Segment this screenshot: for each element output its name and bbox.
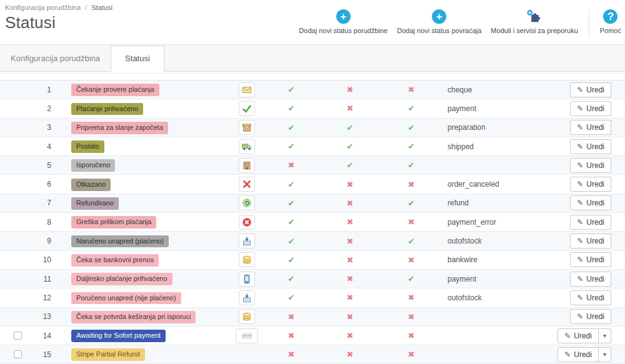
edit-button[interactable]: ✎Uredi [570, 309, 611, 324]
table-header-cropped [0, 73, 625, 81]
status-id: 2 [35, 104, 61, 113]
delivery-mark: ✖ [347, 85, 354, 94]
status-badge: Otkazano [71, 179, 111, 191]
edit-button[interactable]: ✎Uredi [570, 82, 611, 97]
error-icon [239, 215, 255, 230]
edit-button-group: ✎Uredi [570, 272, 611, 287]
edit-button[interactable]: ✎Uredi [570, 101, 611, 116]
edit-dropdown-toggle[interactable]: ▾ [599, 347, 611, 362]
delivery-mark: ✖ [347, 293, 354, 302]
invoice-mark: ✔ [408, 160, 415, 170]
invoice-mark: ✖ [408, 180, 415, 189]
edit-button[interactable]: ✎Uredi [558, 347, 599, 362]
edit-button-group: ✎Uredi [570, 101, 611, 116]
building-icon [239, 158, 255, 173]
edit-button-group: ✎Uredi [570, 82, 611, 97]
status-badge: Awaiting for Sofort payment [71, 330, 166, 342]
add-order-status-button[interactable]: + Dodaj novi status porudžbine [299, 9, 388, 34]
table-row: 13 Čeka se potvrda keširanja pri isporuc… [0, 308, 625, 327]
status-badge: Daljinsko plaćanje prihvaćeno [71, 273, 172, 285]
pencil-icon: ✎ [577, 86, 583, 94]
pencil-icon: ✎ [564, 351, 571, 358]
email-mark: ✖ [288, 312, 295, 322]
pencil-icon: ✎ [577, 294, 583, 302]
invoice-mark: ✖ [408, 217, 415, 227]
edit-button-group: ✎Uredi ▾ [558, 347, 611, 362]
breadcrumb-parent[interactable]: Konfiguracija porudžbina [5, 4, 81, 11]
invoice-mark: ✔ [408, 123, 415, 132]
delivery-mark: ✔ [347, 160, 354, 170]
invoice-mark: ✔ [408, 142, 415, 151]
edit-button-group: ✎Uredi [570, 177, 611, 192]
table-row: 3 Priprema za slanje započeta ✔ ✔ ✔ prep… [0, 119, 625, 137]
delivery-mark: ✔ [347, 123, 354, 132]
header-actions: + Dodaj novi status porudžbine + Dodaj n… [299, 9, 621, 37]
row-checkbox[interactable] [14, 350, 22, 358]
edit-button[interactable]: ✎Uredi [570, 234, 611, 248]
edit-button[interactable]: ✎Uredi [570, 272, 611, 287]
table-row: 7 Refundirano ✔ ✖ ✔ refund ✎Uredi [0, 194, 625, 213]
status-id: 14 [35, 332, 61, 340]
invoice-mark: ✖ [408, 312, 415, 322]
status-badge: Poručeno unapred (nije plaćeno) [71, 292, 181, 305]
edit-button[interactable]: ✎Uredi [570, 177, 611, 192]
delivery-mark: ✔ [347, 142, 354, 151]
edit-button[interactable]: ✎Uredi [570, 195, 611, 210]
edit-button-label: Uredi [586, 313, 604, 320]
edit-button-label: Uredi [586, 275, 604, 283]
edit-dropdown-toggle[interactable]: ▾ [599, 328, 611, 343]
edit-button[interactable]: ✎Uredi [570, 158, 611, 173]
invoice-mark: ✖ [408, 350, 415, 359]
edit-button-group: ✎Uredi [570, 234, 611, 248]
edit-button-label: Uredi [574, 351, 592, 358]
pencil-icon: ✎ [577, 143, 583, 150]
status-id: 15 [35, 350, 61, 359]
delivery-mark: ✖ [347, 350, 354, 359]
pencil-icon: ✎ [577, 275, 583, 283]
email-template: shipped [442, 142, 555, 151]
delivery-mark: ✖ [347, 180, 354, 189]
recommended-modules-button[interactable]: Moduli i servisi za preporuku [491, 9, 578, 34]
tab-order-configuration[interactable]: Konfiguracija porudžbina [0, 46, 111, 71]
email-mark: ✔ [288, 104, 295, 113]
email-mark: ✔ [288, 85, 295, 94]
coins-icon [239, 252, 255, 267]
status-badge: Priprema za slanje započeta [71, 122, 168, 134]
row-checkbox[interactable] [14, 332, 22, 340]
pencil-icon: ✎ [577, 313, 583, 320]
add-return-status-button[interactable]: + Dodaj novi status povraćaja [397, 9, 481, 34]
refund-icon [239, 195, 255, 210]
edit-button[interactable]: ✎Uredi [570, 215, 611, 230]
status-id: 1 [35, 86, 61, 94]
email-mark: ✔ [288, 142, 295, 151]
status-id: 4 [35, 142, 61, 151]
status-id: 8 [35, 218, 61, 227]
email-mark: ✔ [288, 217, 295, 227]
pencil-icon: ✎ [577, 162, 583, 169]
edit-button[interactable]: ✎Uredi [570, 120, 611, 135]
breadcrumb-current: Statusi [91, 4, 112, 11]
email-mark: ✖ [288, 350, 295, 359]
email-mark: ✔ [288, 199, 295, 208]
status-badge: Naručeno unapred (plaćeno) [71, 235, 169, 248]
edit-button[interactable]: ✎Uredi [570, 290, 611, 305]
help-button[interactable]: ? Pomoć [600, 9, 621, 34]
status-id: 9 [35, 237, 61, 245]
box-arrow-icon [239, 290, 255, 305]
header-divider [589, 9, 589, 37]
tab-statuses[interactable]: Statusi [111, 46, 164, 72]
status-id: 11 [35, 275, 61, 283]
edit-button-group: ✎Uredi [570, 252, 611, 267]
edit-button[interactable]: ✎Uredi [558, 328, 599, 343]
email-mark: ✔ [288, 123, 295, 132]
email-mark: ✔ [288, 180, 295, 189]
status-id: 5 [35, 161, 61, 170]
action-label: Dodaj novi status porudžbine [299, 27, 388, 34]
edit-button-label: Uredi [586, 237, 604, 245]
table-row: 2 Plaćanje prihvaćeno ✔ ✖ ✔ payment ✎Ure… [0, 99, 625, 118]
edit-button[interactable]: ✎Uredi [570, 252, 611, 267]
delivery-mark: ✖ [347, 217, 354, 227]
edit-button-label: Uredi [586, 294, 604, 302]
edit-button[interactable]: ✎Uredi [570, 139, 611, 154]
status-id: 7 [35, 199, 61, 207]
